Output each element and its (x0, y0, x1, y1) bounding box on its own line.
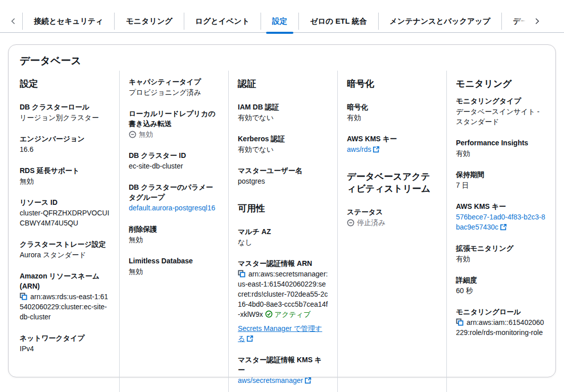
column-monitoring: モニタリング モニタリングタイプ データベースインサイト - スタンダード Pe… (446, 71, 555, 392)
tab-connectivity-security[interactable]: 接続とセキュリティ (23, 10, 114, 32)
field-monitoring-kms-key: AWS KMS キー 576bece7-1ad0-4f83-b2c3-8bac9… (456, 201, 546, 232)
field-granularity: 詳細度 60 秒 (456, 275, 546, 296)
tab-logs-events[interactable]: ログとイベント (184, 10, 261, 32)
card-columns: 設定 DB クラスターロール リージョン別クラスター エンジンバージョン 16.… (9, 71, 555, 392)
column-authentication: 認証 IAM DB 認証 有効でない Kerberos 認証 有効でない マスタ… (228, 71, 337, 392)
tab-configuration[interactable]: 設定 (261, 10, 298, 32)
field-local-read-replica-write-forwarding: ローカルリードレプリカの書き込み転送 無効 (129, 108, 219, 139)
field-iam-db-auth: IAM DB 認証 有効でない (238, 102, 328, 123)
section-header-settings: 設定 (20, 78, 110, 90)
section-header-encryption: 暗号化 (347, 78, 437, 90)
copy-icon[interactable] (20, 293, 27, 300)
section-header-authentication: 認証 (238, 78, 328, 90)
field-enhanced-monitoring: 拡張モニタリング 有効 (456, 243, 546, 264)
field-arn: Amazon リソースネーム (ARN) arn:aws:rds:us-east… (20, 271, 110, 322)
column-encryption: 暗号化 暗号化 有効 AWS KMS キー aws/rds データベースアクティ… (337, 71, 446, 392)
field-db-cluster-parameter-group: DB クラスターのパラメータグループ default.aurora-postgr… (129, 182, 219, 213)
card-title: データベース (9, 54, 555, 68)
field-performance-insights: Performance Insights 有効 (456, 138, 546, 158)
tab-bar: 接続とセキュリティ モニタリング ログとイベント 設定 ゼロの ETL 統合 メ… (0, 10, 564, 33)
field-monitoring-type: モニタリングタイプ データベースインサイト - スタンダード (456, 96, 546, 127)
tab-maintenance-backups[interactable]: メンテナンスとバックアップ (379, 10, 502, 32)
minus-circle-icon (129, 131, 136, 138)
copy-icon[interactable] (238, 270, 245, 277)
tab-monitoring[interactable]: モニタリング (115, 10, 183, 32)
external-link-icon (373, 146, 380, 153)
database-configuration-card: データベース 設定 DB クラスターロール リージョン別クラスター エンジンバー… (8, 44, 556, 377)
tab-fade-overlay (515, 10, 528, 32)
check-circle-icon (265, 310, 273, 318)
field-db-cluster-id: DB クラスター ID ec-site-db-cluster (129, 150, 219, 171)
arn-value: arn:aws:iam::615402060229:role/rds-monit… (456, 318, 544, 337)
field-master-credentials-kms-key: マスター認証情報 KMS キー aws/secretsmanager (238, 355, 328, 385)
external-link-icon (246, 335, 253, 342)
field-retention-period: 保持期間 7 日 (456, 170, 546, 190)
field-resource-id: リソース ID cluster-QFRZHXDRPVOCUICBWY4M74U5… (20, 197, 110, 228)
minus-circle-icon (347, 219, 354, 227)
field-limitless-database: Limitless Database 無効 (129, 256, 219, 276)
field-activity-stream-status: ステータス 停止済み (347, 207, 437, 228)
kms-key-link[interactable]: aws/rds (347, 144, 437, 154)
field-master-username: マスターユーザー名 postgres (238, 165, 328, 186)
column-settings: 設定 DB クラスターロール リージョン別クラスター エンジンバージョン 16.… (9, 71, 119, 392)
field-master-credentials-arn: マスター認証情報 ARN arn:aws:secretsmanager:us-e… (238, 258, 328, 344)
secretsmanager-kms-link[interactable]: aws/secretsmanager (238, 375, 328, 385)
section-header-availability: 可用性 (238, 202, 328, 214)
copy-icon[interactable] (456, 318, 464, 326)
field-multi-az: マルチ AZ なし (238, 227, 328, 247)
section-header-activity-stream: データベースアクティビティストリーム (347, 171, 437, 195)
tabs-scroll-right-button[interactable] (528, 10, 545, 32)
tabs-scroll-left-button[interactable] (5, 10, 22, 32)
field-network-type: ネットワークタイプ IPv4 (20, 333, 110, 354)
external-link-icon (304, 377, 312, 384)
field-cluster-storage-config: クラスターストレージ設定 Aurora スタンダード (20, 239, 110, 260)
status-active: アクティブ (265, 310, 311, 318)
arn-value: arn:aws:rds:us-east-1:615402060229:clust… (20, 293, 108, 321)
field-deletion-protection: 削除保護 無効 (129, 224, 219, 245)
field-monitoring-role: モニタリングロール arn:aws:iam::615402060229:role… (456, 307, 546, 338)
external-link-icon (500, 223, 507, 231)
field-encryption: 暗号化 有効 (347, 102, 437, 123)
field-engine-version: エンジンバージョン 16.6 (20, 134, 110, 154)
section-header-monitoring: モニタリング (456, 78, 546, 90)
field-aws-kms-key: AWS KMS キー aws/rds (347, 134, 437, 154)
manage-in-secrets-manager-link[interactable]: Secrets Manager で管理する (238, 323, 328, 344)
field-capacity-type: キャパシティータイプ プロビジョニング済み (129, 77, 219, 97)
tab-zero-etl[interactable]: ゼロの ETL 統合 (299, 10, 378, 32)
field-kerberos-auth: Kerberos 認証 有効でない (238, 134, 328, 154)
parameter-group-link[interactable]: default.aurora-postgresql16 (129, 203, 219, 213)
chevron-left-icon (10, 18, 17, 25)
column-capacity: キャパシティータイプ プロビジョニング済み ローカルリードレプリカの書き込み転送… (119, 71, 228, 392)
tab-truncated[interactable]: デー (502, 10, 528, 32)
field-rds-extended-support: RDS 延長サポート 無効 (20, 165, 110, 186)
field-db-cluster-role: DB クラスターロール リージョン別クラスター (20, 102, 110, 123)
chevron-right-icon (533, 18, 540, 25)
monitoring-kms-key-link[interactable]: 576bece7-1ad0-4f83-b2c3-8bac9e57430c (456, 212, 546, 232)
